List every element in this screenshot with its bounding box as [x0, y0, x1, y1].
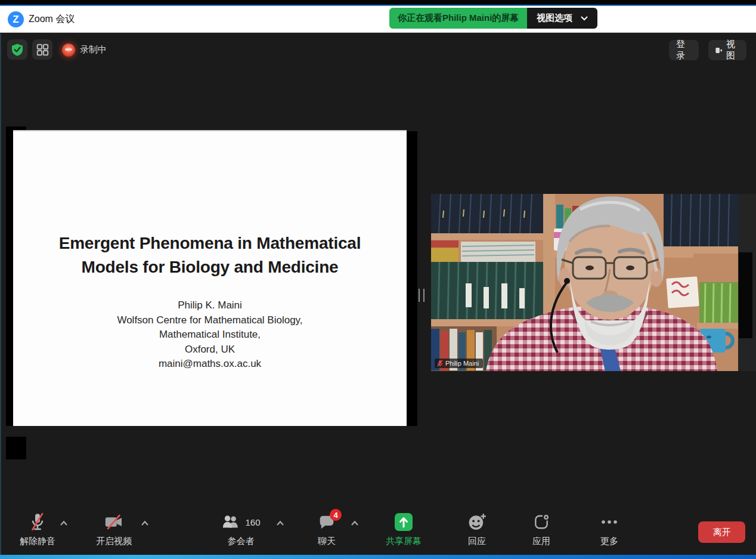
view-layout-icon [715, 47, 722, 54]
recording-status-label: 录制中 [80, 39, 107, 60]
apps-icon [533, 514, 550, 530]
slide-author-affiliation1: Wolfson Centre for Mathematical Biology, [13, 313, 407, 328]
view-label: 视图 [726, 39, 739, 61]
chat-unread-badge: 4 [330, 509, 342, 521]
shield-check-icon [11, 43, 24, 56]
slide-title: Emergent Phenomena in Mathematical Model… [13, 231, 407, 279]
participant-name-badge: Philip Maini [435, 359, 483, 368]
video-options-chevron[interactable] [141, 520, 149, 526]
start-video-label: 开启视频 [96, 536, 132, 547]
slide-author-email: maini@maths.ox.ac.uk [13, 357, 407, 372]
shared-screen-left-bar [6, 128, 13, 426]
audio-options-chevron[interactable] [60, 520, 68, 526]
gallery-view-button[interactable] [32, 39, 52, 60]
participants-options-chevron[interactable] [276, 520, 284, 526]
share-screen-icon [395, 513, 413, 531]
taskbar-strip [0, 555, 756, 559]
panel-resize-handle[interactable] [419, 289, 425, 302]
chat-label: 聊天 [318, 536, 336, 547]
shared-screen-right-bar [407, 131, 417, 426]
apps-label: 应用 [532, 536, 550, 547]
shared-screen-black-square [6, 437, 26, 459]
slide-author-affiliation2: Mathematical Institute, [13, 328, 407, 342]
more-label: 更多 [600, 536, 618, 547]
screen-share-banner: 你正在观看Philip Maini的屏幕 视图选项 [389, 8, 597, 29]
share-screen-label: 共享屏幕 [386, 536, 422, 547]
reactions-button[interactable]: 回应 [468, 512, 486, 547]
video-scrollbar-thumb[interactable] [739, 252, 752, 338]
leave-meeting-button[interactable]: 离开 [698, 521, 745, 543]
participants-button[interactable]: 160 参会者 [221, 512, 260, 547]
watching-status-label: 你正在观看Philip Maini的屏幕 [389, 8, 527, 29]
participants-icon [221, 514, 240, 530]
start-video-button[interactable]: 开启视频 [96, 512, 132, 547]
sign-in-button[interactable]: 登录 [669, 40, 699, 60]
view-button[interactable]: 视图 [708, 40, 746, 60]
zoom-meeting-window: Z Zoom 会议 你正在观看Philip Maini的屏幕 视图选项 录制中 … [0, 0, 756, 559]
share-screen-button[interactable]: 共享屏幕 [386, 512, 422, 547]
slide-author-block: Philip K. Maini Wolfson Centre for Mathe… [13, 298, 407, 372]
slide-author-name: Philip K. Maini [13, 298, 407, 313]
camera-muted-icon [104, 514, 123, 530]
muted-mic-icon [437, 360, 443, 367]
more-dots-icon [601, 519, 618, 525]
speaker-video-image [431, 194, 738, 371]
speaker-video-tile[interactable]: Philip Maini [431, 194, 738, 371]
security-shield-button[interactable] [7, 39, 27, 60]
sign-in-label: 登录 [676, 39, 692, 61]
recording-indicator-icon [62, 44, 75, 57]
grid-icon [36, 43, 49, 57]
more-button[interactable]: 更多 [600, 512, 618, 547]
leave-label: 离开 [713, 527, 731, 538]
unmute-button[interactable]: 解除静音 [20, 512, 55, 547]
apps-button[interactable]: 应用 [532, 512, 550, 547]
zoom-logo-icon: Z [8, 11, 24, 27]
slide-author-location: Oxford, UK [13, 342, 407, 357]
unmute-label: 解除静音 [20, 536, 55, 547]
participants-count: 160 [245, 517, 260, 527]
shared-slide: Emergent Phenomena in Mathematical Model… [13, 130, 407, 426]
view-options-button[interactable]: 视图选项 [527, 8, 597, 29]
chat-options-chevron[interactable] [351, 520, 359, 526]
slide-title-line2: Models for Biology and Medicine [13, 255, 407, 279]
titlebar: Z Zoom 会议 [0, 6, 756, 33]
slide-title-line1: Emergent Phenomena in Mathematical [13, 231, 407, 255]
view-options-label: 视图选项 [537, 13, 572, 24]
mic-muted-icon [29, 512, 46, 532]
chevron-down-icon [581, 16, 588, 21]
window-left-edge [0, 34, 1, 555]
top-black-strip [0, 0, 756, 5]
participant-name-label: Philip Maini [445, 360, 479, 367]
reactions-label: 回应 [468, 536, 486, 547]
participants-label: 参会者 [228, 536, 255, 547]
window-title: Zoom 会议 [29, 6, 75, 32]
reactions-smiley-icon [468, 513, 486, 531]
